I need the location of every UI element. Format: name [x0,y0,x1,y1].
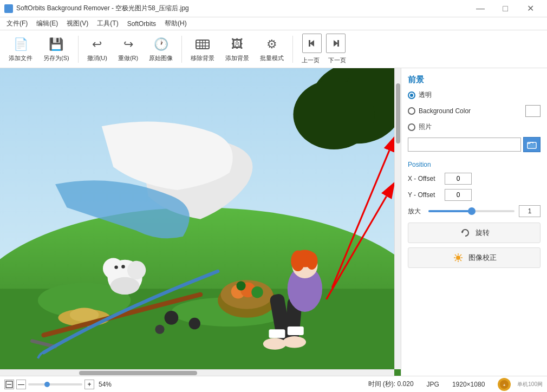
redo-icon: ↪ [120,36,137,53]
zoom-plus-button[interactable]: + [84,380,94,389]
svg-point-39 [291,251,305,272]
zoom-controls: — + [4,380,94,389]
svg-point-21 [110,277,140,295]
main-area: 前景 透明 Background Color 照片 [0,68,547,376]
svg-line-59 [455,254,457,256]
menu-file[interactable]: 文件(F) [2,17,32,30]
x-offset-row: X - Offset [408,173,541,185]
photo-radio[interactable] [408,123,415,131]
svg-line-61 [460,254,461,256]
status-size: 1920×1080 [452,381,485,388]
zoom-status-slider[interactable] [28,383,82,386]
rotate-label: 旋转 [476,228,490,238]
zoom-slider-fill [428,210,472,212]
status-time: 时间 (秒): 0.020 [368,380,414,389]
bg-color-label: Background Color [419,107,471,115]
x-offset-input[interactable] [445,173,472,185]
right-panel: 前景 透明 Background Color 照片 [401,68,547,376]
zoom-slider-thumb[interactable] [468,207,476,215]
photo-path-input[interactable] [408,138,521,152]
menu-bar: 文件(F) 编辑(E) 视图(V) 工具(T) SoftOrbits 帮助(H) [0,17,547,30]
svg-point-15 [293,80,374,149]
panel-title: 前景 [408,75,541,85]
transparent-radio[interactable] [408,92,415,99]
add-file-tool[interactable]: 📄 添加文件 [4,34,37,64]
svg-line-60 [460,260,461,262]
status-format: JPG [427,381,439,388]
menu-help[interactable]: 帮助(H) [160,17,191,30]
toolbar: 📄 添加文件 💾 另存为(S) ↩ 撤消(U) ↪ 重做(R) 🕐 原始图像 移… [0,30,547,68]
maximize-button[interactable]: □ [493,0,518,17]
photo-input-row [408,137,541,152]
zoom-label: 放大 [408,207,424,216]
add-file-label: 添加文件 [9,54,32,62]
svg-point-54 [456,256,460,260]
zoom-slider-track[interactable] [428,210,515,212]
svg-rect-52 [529,144,535,147]
svg-rect-7 [309,40,310,47]
svg-point-40 [306,252,317,270]
redo-label: 重做(R) [118,54,138,62]
x-offset-label: X - Offset [408,175,440,182]
correct-button[interactable]: 图像校正 [408,247,541,268]
photo-browse-button[interactable] [523,137,541,152]
background-color-option[interactable]: Background Color [408,105,541,117]
zoom-minus-button[interactable]: — [16,380,26,389]
horizontal-scrollbar[interactable] [0,369,394,376]
y-offset-label: Y - Offset [408,191,440,199]
menu-edit[interactable]: 编辑(E) [32,17,62,30]
redo-tool[interactable]: ↪ 重做(R) [114,34,142,64]
svg-marker-8 [334,40,338,47]
vertical-scrollbar[interactable] [394,68,401,369]
vertical-scroll-thumb[interactable] [396,83,400,143]
y-offset-input[interactable] [445,189,472,201]
prev-label: 上一页 [302,56,320,64]
svg-rect-35 [288,326,304,335]
undo-icon: ↩ [88,36,106,53]
zoom-value-input[interactable] [519,205,541,217]
save-as-label: 另存为(S) [43,54,69,62]
svg-rect-9 [337,40,339,47]
correct-icon [452,252,464,264]
svg-point-19 [103,258,124,279]
prev-button[interactable] [302,34,322,53]
next-label: 下一页 [328,56,346,64]
remove-bg-tool[interactable]: 移除背景 [186,34,219,64]
horizontal-scroll-thumb[interactable] [79,371,197,375]
menu-view[interactable]: 视图(V) [62,17,93,30]
status-bar: — + 54% 时间 (秒): 0.020 JPG 1920×1080 + 单机… [0,376,547,392]
color-swatch[interactable] [525,105,541,117]
nav-group: 上一页 下一页 [302,34,346,64]
close-button[interactable]: ✕ [518,0,543,17]
original-tool[interactable]: 🕐 原始图像 [145,34,177,64]
save-as-tool[interactable]: 💾 另存为(S) [39,34,74,64]
next-button[interactable] [326,34,346,53]
nav-labels: 上一页 下一页 [302,56,346,64]
nav-arrows [302,34,346,53]
svg-point-20 [127,261,146,279]
zoom-fit-button[interactable] [4,380,14,389]
zoom-row: 放大 [408,205,541,217]
zoom-slider-container[interactable] [428,206,515,217]
rotate-button[interactable]: 旋转 [408,223,541,243]
title-bar: SoftOrbits Background Remover - 空极光图片58_… [0,0,547,17]
batch-tool[interactable]: ⚙ 批量模式 [256,34,288,64]
zoom-status-thumb[interactable] [44,382,50,387]
position-section: Position X - Offset Y - Offset [408,161,541,205]
menu-softorbits[interactable]: SoftOrbits [123,17,160,30]
add-bg-tool[interactable]: 🖼 添加背景 [221,34,253,64]
minimize-button[interactable]: — [468,0,493,17]
svg-point-22 [114,265,118,269]
svg-text:+: + [503,383,506,388]
photo-label: 照片 [419,122,432,132]
menu-tools[interactable]: 工具(T) [93,17,122,30]
bg-color-radio[interactable] [408,107,415,115]
canvas-image [0,68,401,376]
transparent-option[interactable]: 透明 [408,90,541,100]
photo-option[interactable]: 照片 [408,122,541,132]
undo-tool[interactable]: ↩ 撤消(U) [83,34,112,64]
separator-3 [292,36,293,63]
position-title: Position [408,161,541,168]
separator-1 [78,36,79,63]
y-offset-row: Y - Offset [408,189,541,201]
